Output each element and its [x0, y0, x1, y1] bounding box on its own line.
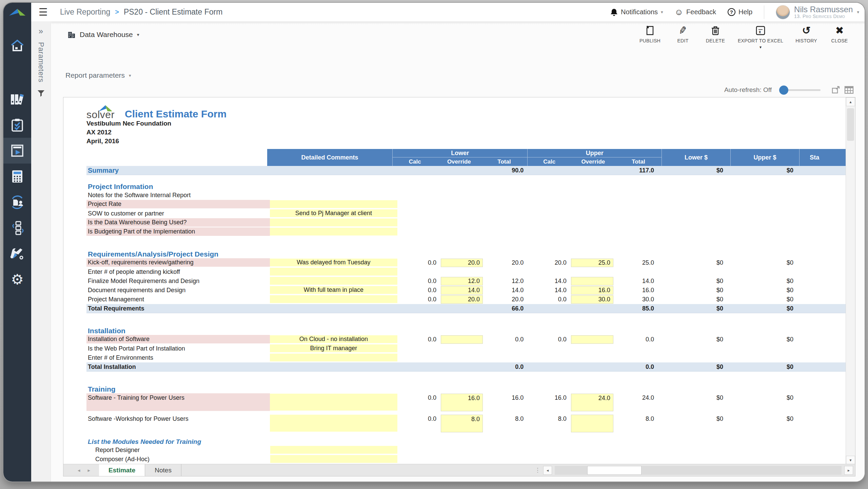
scroll-left-button[interactable]: ◂ [543, 466, 552, 475]
status-cell [799, 304, 846, 313]
row-label-cell: Composer (Ad-Hoc) [86, 455, 270, 464]
hamburger-menu-icon[interactable]: ☰ [39, 7, 48, 17]
solver-app-logo[interactable] [3, 7, 31, 20]
row-label-cell: Summary [86, 166, 270, 175]
sidebar-item-settings[interactable]: ⚙ [3, 267, 31, 293]
override-input-box[interactable]: 30.0 [571, 295, 613, 304]
auto-refresh-slider[interactable] [781, 89, 821, 91]
expand-panel-icon[interactable]: » [39, 26, 43, 36]
datasource-dropdown[interactable]: Data Warehouse ▾ [67, 31, 139, 39]
comment-input-box[interactable]: Send to Pj Manager at client [270, 209, 397, 218]
help-button[interactable]: ? Help [728, 8, 752, 16]
override-input-box[interactable] [571, 415, 613, 432]
comment-input-box[interactable] [270, 219, 397, 227]
row-label-cell: Installation [86, 327, 270, 335]
table-row: Installation [86, 324, 846, 335]
sidebar-item-archive[interactable] [3, 86, 31, 112]
row-label-cell: Document requirements and Design [86, 286, 270, 295]
lower-calc-cell [397, 218, 440, 227]
upper-total-cell [614, 209, 659, 218]
comment-input-box[interactable] [270, 394, 397, 411]
table-row: Requirements/Analysis/Project Design [86, 247, 846, 258]
override-input-box[interactable]: 14.0 [441, 286, 483, 295]
feedback-button[interactable]: ☺ Feedback [675, 8, 716, 16]
vertical-scrollbar[interactable]: ▴ ▾ [846, 97, 855, 465]
slider-knob[interactable] [779, 86, 788, 95]
history-button[interactable]: ↺ HISTORY [795, 25, 817, 50]
edit-button[interactable]: ✎ EDIT [673, 25, 693, 50]
bell-icon [610, 8, 618, 16]
comment-input-box[interactable] [270, 354, 397, 362]
filter-icon[interactable] [37, 89, 45, 97]
publish-button[interactable]: PUBLISH [639, 25, 660, 50]
sidebar-item-collaboration[interactable] [3, 189, 31, 215]
lower-total-cell: 20.0 [483, 295, 528, 304]
upper-total-cell [614, 313, 659, 319]
report-parameters-toggle[interactable]: Report parameters ▾ [65, 71, 131, 79]
override-input-box[interactable] [571, 277, 613, 285]
sidebar-item-tools[interactable] [3, 241, 31, 267]
override-input-box[interactable]: 16.0 [441, 394, 483, 411]
override-input-box[interactable] [441, 335, 483, 344]
lower-calc-cell [397, 209, 440, 218]
parameters-panel: » Parameters [31, 22, 51, 482]
tab-scroll-right-icon[interactable]: ▸ [88, 467, 91, 473]
export-to-excel-button[interactable]: x̄ EXPORT TO EXCEL ▾ [738, 25, 783, 50]
override-input-box[interactable]: 20.0 [441, 259, 483, 267]
override-input-box[interactable]: 24.0 [571, 394, 613, 411]
override-input-box[interactable]: 12.0 [441, 277, 483, 285]
scroll-down-button[interactable]: ▾ [846, 456, 855, 465]
comment-input-box[interactable] [270, 277, 397, 285]
override-input-box[interactable]: 20.0 [441, 295, 483, 304]
lower-override-cell: 8.0 [440, 414, 483, 433]
user-menu[interactable]: Nils Rasmussen 13. Pro Services Demo ▾ [776, 5, 859, 19]
horizontal-scroll-thumb[interactable] [587, 466, 642, 475]
comment-input-box[interactable] [270, 268, 397, 276]
comment-input-box[interactable] [270, 446, 397, 454]
comment-input-box[interactable]: Bring IT manager [270, 344, 397, 353]
tab-scroll-left-icon[interactable]: ◂ [78, 467, 80, 473]
comment-input-box[interactable] [270, 228, 397, 236]
lower-usd-cell [659, 455, 729, 464]
upper-calc-cell [528, 353, 570, 362]
comment-input-box[interactable] [270, 200, 397, 209]
tab-estimate[interactable]: Estimate [99, 464, 145, 476]
comment-input-box[interactable]: On Cloud - no installation [270, 335, 397, 344]
close-button[interactable]: ✖ CLOSE [829, 25, 850, 50]
open-in-window-icon[interactable] [831, 86, 840, 94]
scroll-right-button[interactable]: ▸ [844, 466, 853, 475]
override-input-box[interactable]: 25.0 [571, 259, 613, 267]
lower-total-cell: 66.0 [483, 304, 528, 313]
tab-notes[interactable]: Notes [145, 464, 181, 476]
lower-total-cell [483, 446, 528, 455]
sidebar-item-assignments[interactable] [3, 112, 31, 138]
sidebar-item-integrations[interactable] [3, 215, 31, 241]
upper-override-cell [571, 335, 614, 344]
comment-input-box[interactable] [270, 455, 397, 464]
drag-handle-icon[interactable]: ⋮ [535, 467, 540, 474]
comment-input-box[interactable]: Was delayed from Tuesday [270, 259, 397, 267]
comment-input-box[interactable]: With full team in place [270, 286, 397, 295]
notifications-button[interactable]: Notifications ▾ [610, 8, 663, 16]
override-input-box[interactable] [571, 335, 613, 344]
comment-input-box[interactable] [270, 295, 397, 304]
report-period: April, 2016 [86, 137, 846, 146]
sidebar-item-live-reporting[interactable] [3, 138, 31, 164]
upper-total-cell [614, 227, 659, 237]
breadcrumb-section[interactable]: Live Reporting [60, 7, 110, 17]
lower-override-cell [440, 335, 483, 344]
delete-button[interactable]: DELETE [705, 25, 726, 50]
table-view-icon[interactable] [844, 86, 854, 94]
comment-input-box[interactable] [270, 415, 397, 432]
sidebar-item-home[interactable] [3, 33, 31, 58]
comment-cell [270, 237, 397, 243]
lower-usd-cell [659, 209, 729, 218]
upper-usd-cell: $0 [729, 362, 799, 371]
horizontal-scroll-track[interactable] [555, 466, 842, 475]
status-cell [799, 267, 846, 277]
sidebar-item-budgeting[interactable] [3, 164, 31, 189]
override-input-box[interactable]: 8.0 [441, 415, 483, 432]
scroll-up-button[interactable]: ▴ [846, 97, 855, 106]
vertical-scroll-thumb[interactable] [847, 108, 854, 141]
override-input-box[interactable]: 16.0 [571, 286, 613, 295]
